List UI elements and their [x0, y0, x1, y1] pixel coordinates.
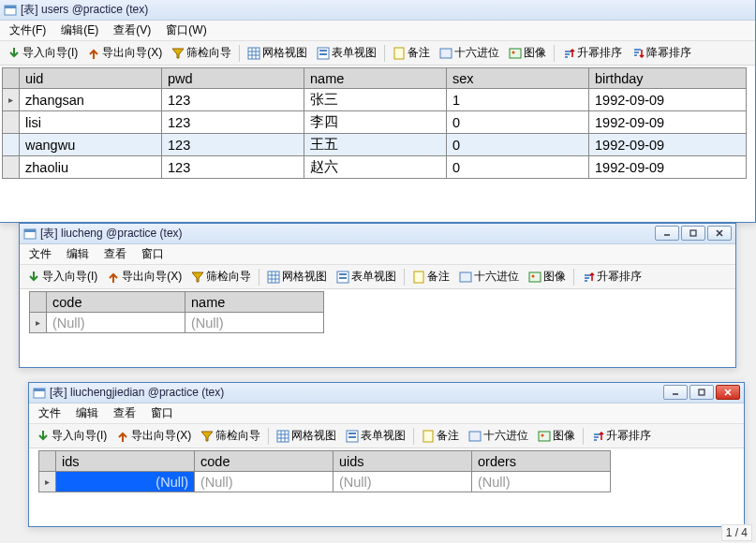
cell[interactable]: 1 — [447, 89, 589, 111]
cell[interactable]: (Null) — [195, 472, 334, 492]
window-liucheng: [表] liucheng @practice (tex) 文件 编辑 查看 窗口… — [19, 223, 736, 368]
titlebar-liuchengjiedian[interactable]: [表] liuchengjiedian @practice (tex) — [29, 383, 744, 404]
table-row[interactable]: ▸ (Null) (Null) (Null) (Null) — [39, 472, 611, 492]
table-row[interactable]: lisi 123 李四 0 1992-09-09 — [3, 111, 747, 134]
close-button[interactable] — [716, 385, 740, 400]
tool-hex[interactable]: 十六进位 — [465, 426, 532, 446]
cell[interactable]: zhangsan — [20, 89, 162, 111]
data-grid[interactable]: code name ▸ (Null) (Null) — [29, 291, 324, 333]
separator — [268, 428, 269, 445]
tool-image[interactable]: 图像 — [534, 426, 579, 446]
tool-asc[interactable]: 升幂排序 — [558, 43, 626, 63]
maximize-button[interactable] — [681, 226, 705, 241]
menu-file[interactable]: 文件 — [23, 244, 57, 264]
menu-window[interactable]: 窗口 — [136, 244, 170, 264]
cell[interactable]: lisi — [20, 111, 162, 134]
cell[interactable]: 王五 — [304, 134, 447, 156]
cell[interactable]: (Null) — [56, 472, 195, 492]
tool-asc[interactable]: 升幂排序 — [578, 267, 645, 286]
menu-view[interactable]: 查看 — [108, 404, 141, 423]
col-header[interactable]: ids — [56, 451, 195, 472]
tool-image[interactable]: 图像 — [525, 267, 570, 286]
cell[interactable]: 1992-09-09 — [589, 111, 747, 134]
menu-file[interactable]: 文件 — [33, 404, 67, 423]
menu-view[interactable]: 查看 — [98, 244, 132, 264]
tool-hex[interactable]: 十六进位 — [436, 43, 503, 63]
tool-formview[interactable]: 表单视图 — [313, 43, 380, 63]
table-row[interactable]: zhaoliu 123 赵六 0 1992-09-09 — [3, 156, 747, 179]
cell[interactable]: 1992-09-09 — [589, 156, 747, 179]
table-row[interactable]: ▸ zhangsan 123 张三 1 1992-09-09 — [3, 89, 747, 111]
data-grid[interactable]: ids code uids orders ▸ (Null) (Null) (Nu… — [38, 450, 611, 492]
tool-filter[interactable]: 筛检向导 — [187, 267, 255, 286]
data-grid[interactable]: uid pwd name sex birthday ▸ zhangsan 123… — [2, 67, 747, 179]
tool-hex[interactable]: 十六进位 — [455, 267, 523, 286]
cell[interactable]: 0 — [447, 156, 589, 179]
menubar: 文件(F) 编辑(E) 查看(V) 窗口(W) — [0, 21, 755, 41]
titlebar-users[interactable]: [表] users @practice (tex) — [0, 0, 755, 21]
tool-gridview[interactable]: 网格视图 — [273, 426, 340, 446]
tool-export[interactable]: 导出向导(X) — [112, 426, 195, 446]
tool-import[interactable]: 导入向导(I) — [4, 43, 82, 63]
tool-formview[interactable]: 表单视图 — [333, 267, 400, 286]
tool-import[interactable]: 导入向导(I) — [23, 267, 101, 286]
tool-import[interactable]: 导入向导(I) — [33, 426, 111, 446]
cell[interactable]: 123 — [162, 111, 304, 134]
cell[interactable]: 123 — [162, 134, 304, 156]
tool-formview[interactable]: 表单视图 — [342, 426, 409, 446]
cell[interactable]: 0 — [447, 111, 589, 134]
tool-filter[interactable]: 筛检向导 — [197, 426, 264, 446]
col-header[interactable]: code — [195, 451, 334, 472]
cell[interactable]: 123 — [162, 156, 304, 179]
cell[interactable]: (Null) — [472, 472, 611, 492]
table-row[interactable]: wangwu 123 王五 0 1992-09-09 — [3, 134, 747, 156]
tool-export[interactable]: 导出向导(X) — [83, 43, 166, 63]
tool-memo[interactable]: 备注 — [418, 426, 463, 446]
col-header[interactable]: uids — [334, 451, 472, 472]
minimize-button[interactable] — [655, 226, 679, 241]
col-header[interactable]: name — [185, 292, 324, 313]
cell[interactable]: wangwu — [20, 134, 162, 156]
col-header[interactable]: uid — [20, 68, 162, 89]
maximize-button[interactable] — [689, 385, 714, 400]
cell[interactable]: 1992-09-09 — [589, 89, 747, 111]
tool-filter[interactable]: 筛检向导 — [168, 43, 235, 63]
menu-edit[interactable]: 编辑 — [61, 244, 95, 264]
menu-window[interactable]: 窗口(W) — [160, 21, 212, 40]
titlebar-liucheng[interactable]: [表] liucheng @practice (tex) — [20, 224, 735, 244]
menu-window[interactable]: 窗口 — [145, 404, 179, 423]
cell[interactable]: (Null) — [185, 313, 324, 333]
tool-memo[interactable]: 备注 — [389, 43, 434, 63]
cell[interactable]: 赵六 — [304, 156, 447, 179]
minimize-button[interactable] — [663, 385, 688, 400]
menu-edit[interactable]: 编辑 — [70, 404, 104, 423]
col-header[interactable]: sex — [447, 68, 589, 89]
table-row[interactable]: ▸ (Null) (Null) — [30, 313, 324, 333]
col-header[interactable]: birthday — [589, 68, 747, 89]
col-header[interactable]: name — [304, 68, 447, 89]
tool-gridview[interactable]: 网格视图 — [244, 43, 311, 63]
cell[interactable]: (Null) — [47, 313, 185, 333]
col-header[interactable]: orders — [472, 451, 611, 472]
cell[interactable]: (Null) — [334, 472, 472, 492]
cell[interactable]: 李四 — [304, 111, 447, 134]
menu-file[interactable]: 文件(F) — [4, 21, 52, 40]
cell[interactable]: 1992-09-09 — [589, 134, 747, 156]
cell[interactable]: 张三 — [304, 89, 447, 111]
col-header[interactable]: pwd — [162, 68, 304, 89]
tool-desc[interactable]: 降幂排序 — [628, 43, 695, 63]
cell[interactable]: 123 — [162, 89, 304, 111]
label: 升幂排序 — [597, 269, 642, 285]
close-button[interactable] — [707, 226, 732, 241]
tool-asc[interactable]: 升幂排序 — [587, 426, 655, 446]
tool-export[interactable]: 导出向导(X) — [103, 267, 185, 286]
table-icon — [23, 227, 37, 241]
cell[interactable]: 0 — [447, 134, 589, 156]
cell[interactable]: zhaoliu — [20, 156, 162, 179]
tool-memo[interactable]: 备注 — [408, 267, 453, 286]
col-header[interactable]: code — [47, 292, 185, 313]
tool-image[interactable]: 图像 — [505, 43, 550, 63]
tool-gridview[interactable]: 网格视图 — [263, 267, 331, 286]
menu-view[interactable]: 查看(V) — [108, 21, 156, 40]
menu-edit[interactable]: 编辑(E) — [55, 21, 104, 40]
